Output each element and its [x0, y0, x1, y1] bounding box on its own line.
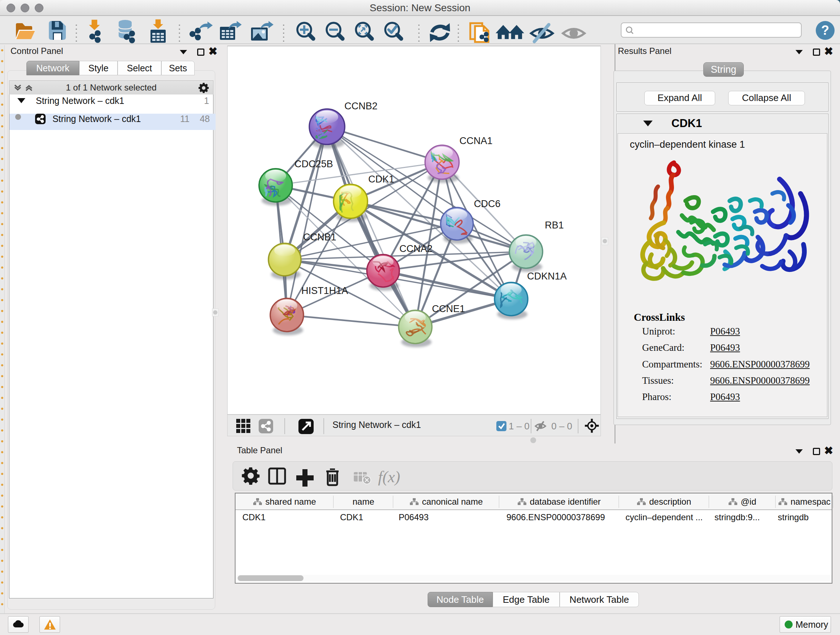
svg-text:0 – 0: 0 – 0 — [551, 421, 572, 432]
svg-text:CCNA1: CCNA1 — [459, 135, 493, 146]
svg-text:CCNE1: CCNE1 — [432, 303, 465, 314]
svg-text:CCNA2: CCNA2 — [399, 243, 433, 254]
svg-text:CCNB1: CCNB1 — [303, 232, 336, 242]
svg-text:CCNB2: CCNB2 — [344, 101, 378, 111]
svg-text:CDC6: CDC6 — [474, 198, 501, 209]
svg-text:f(x): f(x) — [378, 468, 400, 486]
svg-text:CDC25B: CDC25B — [294, 158, 333, 169]
svg-text:CDK1: CDK1 — [368, 174, 394, 185]
svg-text:1 – 0: 1 – 0 — [508, 421, 530, 432]
svg-text:HIST1H1A: HIST1H1A — [302, 285, 348, 296]
svg-text:RB1: RB1 — [545, 220, 564, 231]
svg-text:CDKN1A: CDKN1A — [527, 271, 567, 282]
